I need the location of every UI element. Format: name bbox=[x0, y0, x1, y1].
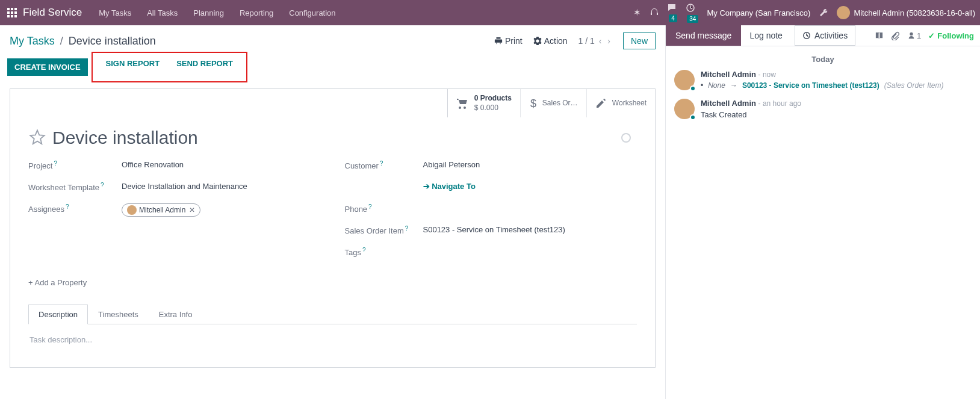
avatar bbox=[837, 6, 850, 19]
debug-icon[interactable]: ✶ bbox=[633, 7, 641, 18]
book-icon[interactable] bbox=[875, 31, 884, 40]
change-field-label: (Sales Order Item) bbox=[884, 81, 944, 90]
top-navbar: Field Service My Tasks All Tasks Plannin… bbox=[0, 0, 980, 25]
stat-sales-order[interactable]: $ Sales Or… bbox=[520, 89, 586, 117]
tab-extra-info[interactable]: Extra Info bbox=[149, 305, 203, 324]
project-value[interactable]: Office Renovation bbox=[122, 160, 184, 169]
activities-clock-icon[interactable]: 34 bbox=[686, 3, 698, 23]
help-icon[interactable]: ? bbox=[362, 247, 366, 253]
messages-badge: 4 bbox=[669, 14, 677, 22]
navigate-to-link[interactable]: ➔ Navigate To bbox=[423, 182, 476, 191]
create-invoice-button[interactable]: CREATE INVOICE bbox=[7, 58, 88, 76]
log-entry: Mitchell Admin - now • None → S00123 - S… bbox=[674, 70, 972, 90]
log-time: - an hour ago bbox=[758, 99, 801, 108]
help-icon[interactable]: ? bbox=[405, 225, 409, 232]
stat-buttons: 0 Products $ 0.000 $ Sales Or… Worksheet bbox=[447, 89, 655, 117]
help-icon[interactable]: ? bbox=[368, 203, 372, 210]
plus-icon: + bbox=[28, 278, 35, 287]
favorite-star-icon[interactable] bbox=[28, 129, 46, 147]
following-label: Following bbox=[937, 31, 974, 40]
app-title: Field Service bbox=[23, 7, 82, 19]
new-button[interactable]: New bbox=[623, 32, 656, 49]
pager: 1 / 1 ‹ › bbox=[578, 36, 612, 46]
follower-count: 1 bbox=[917, 31, 921, 40]
pencil-icon bbox=[595, 98, 606, 109]
nav-my-tasks[interactable]: My Tasks bbox=[91, 8, 138, 17]
dollar-icon: $ bbox=[529, 97, 536, 110]
assignee-name: Mitchell Admin bbox=[139, 206, 185, 214]
change-new-value[interactable]: S00123 - Service on Timesheet (test123) bbox=[742, 81, 879, 90]
pager-text: 1 / 1 bbox=[578, 36, 595, 46]
stat-products-amount: $ 0.000 bbox=[474, 104, 512, 113]
tab-timesheets[interactable]: Timesheets bbox=[88, 305, 149, 324]
tab-description[interactable]: Description bbox=[28, 305, 88, 324]
phone-label: Phone bbox=[345, 205, 368, 214]
pager-next[interactable]: › bbox=[607, 36, 610, 46]
worksheet-template-value[interactable]: Device Installation and Maintenance bbox=[122, 182, 247, 191]
attachment-icon[interactable] bbox=[891, 31, 900, 40]
stat-worksheet[interactable]: Worksheet bbox=[586, 89, 655, 117]
log-body: Task Created bbox=[701, 110, 972, 119]
nav-reporting[interactable]: Reporting bbox=[232, 8, 281, 17]
check-icon: ✓ bbox=[928, 31, 935, 40]
nav-configuration[interactable]: Configuration bbox=[282, 8, 343, 17]
help-icon[interactable]: ? bbox=[380, 160, 383, 167]
activities-button[interactable]: Activities bbox=[795, 25, 855, 46]
form-tabs: Description Timesheets Extra Info bbox=[28, 304, 637, 324]
log-note-button[interactable]: Log note bbox=[741, 25, 791, 46]
log-author[interactable]: Mitchell Admin bbox=[701, 99, 756, 108]
send-report-button[interactable]: SEND REPORT bbox=[168, 55, 241, 72]
nav-all-tasks[interactable]: All Tasks bbox=[140, 8, 185, 17]
help-icon[interactable]: ? bbox=[101, 182, 104, 188]
activities-badge: 34 bbox=[687, 15, 698, 23]
form-sheet: 0 Products $ 0.000 $ Sales Or… Worksheet bbox=[10, 88, 656, 368]
bullet-icon: • bbox=[701, 81, 703, 90]
svg-text:$: $ bbox=[530, 97, 536, 110]
tools-icon[interactable] bbox=[819, 8, 828, 17]
action-button[interactable]: Action bbox=[533, 36, 568, 46]
following-button[interactable]: ✓ Following bbox=[928, 31, 974, 40]
print-button[interactable]: Print bbox=[494, 36, 523, 46]
sales-order-item-value[interactable]: S00123 - Service on Timesheet (test123) bbox=[423, 225, 565, 234]
project-label: Project bbox=[28, 161, 52, 170]
avatar[interactable] bbox=[674, 99, 695, 119]
messages-icon[interactable]: 4 bbox=[668, 4, 677, 22]
nav-planning[interactable]: Planning bbox=[186, 8, 231, 17]
sign-report-button[interactable]: SIGN REPORT bbox=[98, 55, 169, 72]
assignees-label: Assignees bbox=[28, 205, 64, 214]
assignee-chip[interactable]: Mitchell Admin ✕ bbox=[122, 203, 200, 217]
presence-icon bbox=[690, 85, 696, 91]
add-property-button[interactable]: + Add a Property bbox=[28, 278, 637, 287]
presence-icon bbox=[690, 114, 696, 120]
arrow-right-icon: → bbox=[730, 81, 737, 90]
worksheet-template-label: Worksheet Template bbox=[28, 183, 99, 192]
tab-content: Task description... bbox=[28, 324, 637, 355]
avatar[interactable] bbox=[674, 70, 695, 90]
customer-value[interactable]: Abigail Peterson bbox=[423, 160, 480, 169]
company-selector[interactable]: My Company (San Francisco) bbox=[707, 8, 810, 17]
stat-products[interactable]: 0 Products $ 0.000 bbox=[448, 89, 520, 117]
description-field[interactable]: Task description... bbox=[29, 335, 636, 344]
send-message-button[interactable]: Send message bbox=[666, 25, 741, 46]
log-author[interactable]: Mitchell Admin bbox=[701, 70, 756, 79]
support-icon[interactable] bbox=[650, 8, 659, 17]
remove-tag-icon[interactable]: ✕ bbox=[189, 206, 195, 214]
apps-icon[interactable] bbox=[7, 8, 17, 17]
user-menu[interactable]: Mitchell Admin (50823638-16-0-all) bbox=[837, 6, 975, 19]
status-bar: CREATE INVOICE SIGN REPORT SEND REPORT bbox=[0, 52, 665, 82]
help-icon[interactable]: ? bbox=[54, 160, 57, 167]
activities-label: Activities bbox=[814, 31, 848, 40]
kanban-state-icon[interactable] bbox=[621, 133, 631, 143]
chatter-header: Send message Log note Activities 1 ✓ bbox=[666, 25, 980, 46]
avatar bbox=[127, 205, 137, 215]
followers-button[interactable]: 1 bbox=[907, 31, 921, 40]
highlighted-report-buttons: SIGN REPORT SEND REPORT bbox=[91, 52, 247, 82]
breadcrumb-link[interactable]: My Tasks bbox=[10, 35, 55, 47]
pager-prev[interactable]: ‹ bbox=[599, 36, 602, 46]
customer-label: Customer bbox=[345, 161, 379, 170]
log-time: - now bbox=[758, 70, 776, 79]
breadcrumb-current: Device installation bbox=[69, 35, 156, 47]
help-icon[interactable]: ? bbox=[66, 203, 69, 210]
arrow-right-icon: ➔ bbox=[423, 182, 432, 191]
record-title[interactable]: Device installation bbox=[52, 128, 198, 148]
